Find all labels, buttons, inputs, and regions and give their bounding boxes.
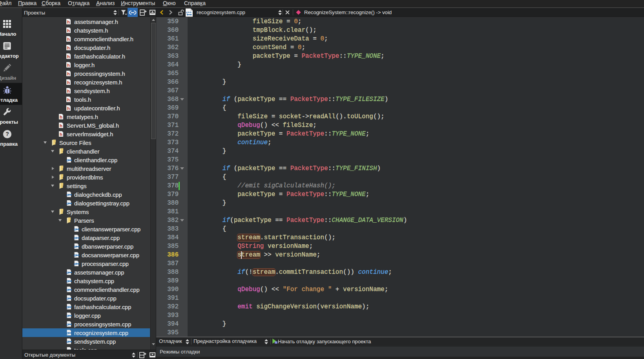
svg-text:c: c bbox=[74, 262, 76, 266]
svg-text:h: h bbox=[67, 71, 70, 76]
svg-text:c: c bbox=[66, 192, 68, 197]
svg-text:c: c bbox=[66, 201, 68, 205]
svg-text:c: c bbox=[74, 236, 76, 240]
svg-text:h: h bbox=[60, 115, 62, 119]
svg-text:c: c bbox=[66, 158, 68, 162]
svg-text:h: h bbox=[67, 97, 70, 102]
svg-text:c: c bbox=[66, 331, 68, 335]
svg-text:c: c bbox=[66, 279, 68, 283]
svg-text:c: c bbox=[66, 313, 68, 318]
svg-text:c: c bbox=[74, 227, 76, 231]
svg-text:c: c bbox=[66, 305, 68, 309]
svg-text:c++: c++ bbox=[186, 11, 192, 14]
svg-text:h: h bbox=[67, 28, 70, 33]
svg-text:h: h bbox=[67, 46, 70, 50]
svg-text:h: h bbox=[67, 80, 70, 85]
svg-text:h: h bbox=[60, 132, 62, 137]
svg-text:h: h bbox=[67, 37, 70, 42]
svg-text:h: h bbox=[67, 54, 70, 59]
svg-text:c: c bbox=[66, 339, 68, 344]
svg-text:h: h bbox=[67, 63, 70, 68]
svg-text:c: c bbox=[74, 244, 76, 249]
svg-text:c: c bbox=[66, 270, 68, 275]
svg-text:h: h bbox=[67, 20, 70, 24]
svg-text:c: c bbox=[66, 288, 68, 292]
svg-text:?: ? bbox=[5, 131, 9, 137]
svg-text:h: h bbox=[60, 123, 62, 128]
svg-text:c: c bbox=[74, 253, 76, 257]
svg-text:h: h bbox=[67, 106, 70, 111]
svg-text:c: c bbox=[66, 322, 68, 326]
svg-text:c: c bbox=[66, 296, 68, 300]
svg-text:h: h bbox=[67, 89, 70, 93]
